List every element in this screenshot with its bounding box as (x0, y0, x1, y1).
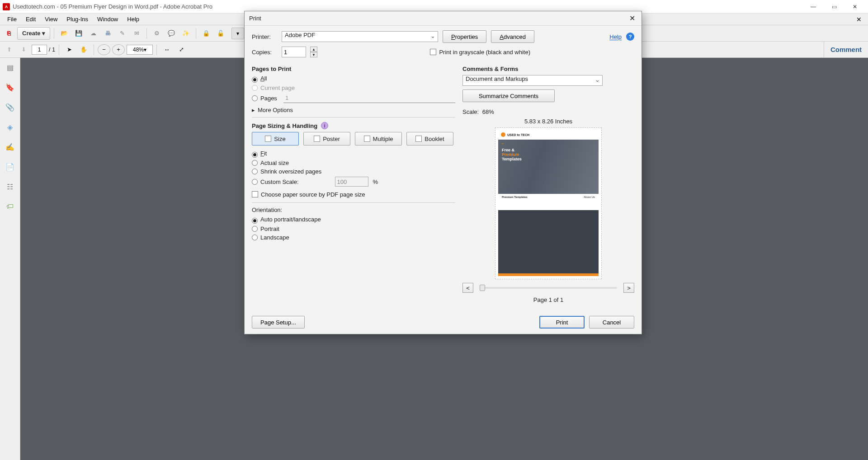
page-sep: / (49, 47, 50, 53)
lock2-icon[interactable]: 🔓 (214, 28, 227, 39)
page-setup-button[interactable]: Page Setup... (252, 316, 305, 329)
opt-fit-radio[interactable]: Fit (252, 150, 267, 157)
pages-to-print-title: Pages to Print (252, 66, 455, 72)
opt-custom-scale-radio[interactable]: Custom Scale: (252, 178, 299, 185)
orientation-title: Orientation: (252, 207, 455, 213)
opt-current-radio: Current page (252, 84, 295, 91)
window-title: Usedtotech.com - 05 Premium Flyer Design… (13, 3, 212, 10)
seg-multiple-button[interactable]: Multiple (355, 132, 402, 146)
comment-tab[interactable]: Comment (824, 42, 868, 58)
scale-value: 68% (482, 108, 494, 115)
app-icon: A (3, 3, 10, 10)
sizing-title: Page Sizing & Handling (252, 122, 317, 129)
opt-pages-radio[interactable]: Pages (252, 95, 277, 102)
menu-window[interactable]: Window (93, 15, 123, 23)
seg-size-button[interactable]: Size (252, 132, 299, 146)
content-panel-icon[interactable]: 📄 (5, 162, 15, 172)
advanced-button[interactable]: Advanced (491, 30, 534, 43)
left-nav-pane: ▤ 🔖 📎 ◈ ✍ 📄 ☷ 🏷 (0, 58, 20, 460)
mail-icon[interactable]: ✉ (130, 28, 143, 39)
cloud-up-icon[interactable]: ☁ (87, 28, 99, 39)
pages-panel-icon[interactable]: ▤ (5, 62, 15, 72)
zoom-value[interactable]: 48% ▾ (127, 45, 153, 55)
select-tool-icon[interactable]: ➤ (63, 44, 75, 56)
comments-forms-select[interactable]: Document and Markups (462, 75, 603, 86)
orient-portrait-radio[interactable]: Portrait (252, 225, 279, 232)
preview-next-button[interactable]: > (623, 283, 634, 293)
bookmarks-panel-icon[interactable]: 🔖 (5, 82, 15, 92)
percent-label: % (373, 178, 378, 185)
dialog-title: Print (249, 15, 261, 22)
lock1-icon[interactable]: 🔒 (200, 28, 212, 39)
sign-icon[interactable]: ✎ (116, 28, 128, 39)
toolbar-overflow-button[interactable]: ▾ (231, 28, 244, 39)
minimize-button[interactable]: — (803, 0, 824, 14)
gear-icon[interactable]: ⚙ (151, 28, 163, 39)
layers-panel-icon[interactable]: ◈ (5, 122, 15, 132)
preview-logo-icon (501, 132, 505, 137)
copies-label: Copies: (252, 49, 277, 56)
pdf-icon[interactable]: ⎘ (3, 28, 15, 39)
highlight-icon[interactable]: ✨ (179, 28, 192, 39)
printer-label: Printer: (252, 33, 277, 40)
fit-width-icon[interactable]: ↔ (160, 44, 173, 56)
maximize-button[interactable]: ▭ (824, 0, 844, 14)
hand-tool-icon[interactable]: ✋ (77, 44, 90, 56)
page-number-input[interactable] (32, 45, 47, 55)
printer-select[interactable]: Adobe PDF (282, 31, 438, 42)
menu-view[interactable]: View (40, 15, 62, 23)
print-button[interactable]: Print (539, 316, 585, 329)
help-icon[interactable]: ? (626, 33, 634, 41)
menu-file[interactable]: File (3, 15, 21, 23)
dialog-close-button[interactable]: ✕ (627, 14, 637, 23)
copies-spinner[interactable]: ▲▼ (310, 47, 317, 57)
seg-booklet-button[interactable]: Booklet (406, 132, 453, 146)
more-options-toggle[interactable]: ▸ More Options (252, 107, 455, 113)
opt-actual-radio[interactable]: Actual size (252, 160, 289, 166)
paper-source-checkbox[interactable]: Choose paper source by PDF page size (252, 191, 365, 198)
signatures-panel-icon[interactable]: ✍ (5, 142, 15, 152)
print-icon[interactable]: 🖶 (101, 28, 114, 39)
print-preview: USED to TECH “ Free &PremiumTemplates Pr… (495, 127, 602, 279)
seg-poster-button[interactable]: Poster (303, 132, 350, 146)
info-icon[interactable]: i (321, 122, 328, 129)
create-button[interactable]: Create ▾ (17, 27, 50, 40)
custom-scale-input[interactable] (335, 177, 368, 187)
tags-panel-icon[interactable]: 🏷 (5, 202, 15, 211)
scale-label: Scale: (462, 108, 479, 115)
comment-icon[interactable]: 💬 (165, 28, 178, 39)
summarize-comments-button[interactable]: Summarize Comments (462, 89, 555, 102)
attachments-panel-icon[interactable]: 📎 (5, 102, 15, 112)
preview-page-indicator: Page 1 of 1 (462, 296, 634, 303)
opt-shrink-radio[interactable]: Shrink oversized pages (252, 168, 321, 175)
zoom-out-icon[interactable]: − (98, 44, 110, 55)
close-document-button[interactable]: ✕ (853, 16, 865, 23)
orient-auto-radio[interactable]: Auto portrait/landscape (252, 216, 321, 223)
page-dimensions: 5.83 x 8.26 Inches (462, 118, 634, 125)
opt-all-radio[interactable]: All (252, 75, 267, 82)
orient-landscape-radio[interactable]: Landscape (252, 234, 289, 241)
open-icon[interactable]: 📂 (58, 28, 71, 39)
menu-plugins[interactable]: Plug-Ins (62, 15, 93, 23)
pages-range-input[interactable] (283, 93, 455, 103)
fit-page-icon[interactable]: ⤢ (175, 44, 188, 56)
page-down-icon[interactable]: ⬇ (17, 44, 30, 56)
preview-zoom-slider[interactable] (480, 287, 617, 289)
grayscale-checkbox[interactable]: Print in grayscale (black and white) (430, 49, 530, 56)
menu-help[interactable]: Help (123, 15, 144, 23)
cancel-button[interactable]: Cancel (589, 316, 634, 329)
help-link[interactable]: Help (609, 33, 622, 40)
order-panel-icon[interactable]: ☷ (5, 182, 15, 192)
print-dialog: Print ✕ Printer: Adobe PDF Properties Ad… (244, 11, 642, 334)
page-up-icon[interactable]: ⬆ (3, 44, 15, 56)
properties-button[interactable]: Properties (443, 30, 486, 43)
page-total: 1 (52, 47, 55, 53)
zoom-in-icon[interactable]: + (112, 44, 125, 55)
copies-input[interactable] (282, 47, 306, 57)
save-icon[interactable]: 💾 (72, 28, 85, 39)
comments-forms-title: Comments & Forms (462, 66, 634, 72)
menu-edit[interactable]: Edit (21, 15, 40, 23)
preview-prev-button[interactable]: < (462, 283, 473, 293)
close-window-button[interactable]: ✕ (844, 0, 865, 14)
